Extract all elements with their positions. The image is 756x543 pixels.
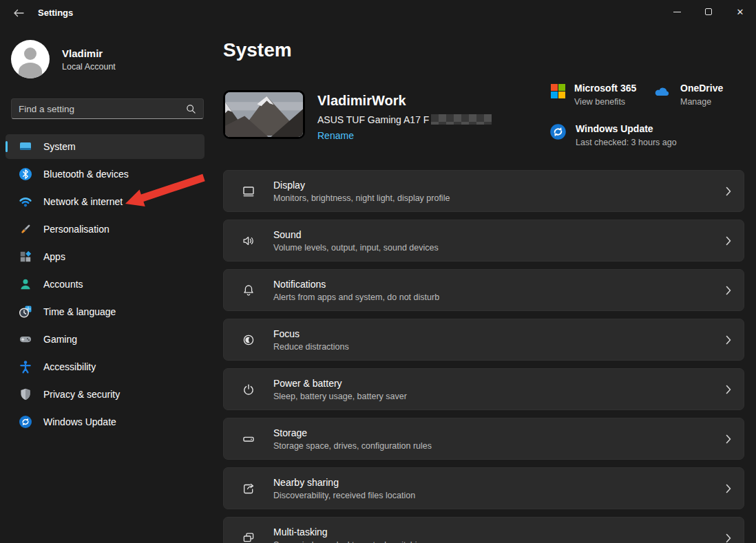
sidebar-item-time-language[interactable]: Time & language [6,299,204,324]
settings-search-box[interactable] [11,98,204,119]
bluetooth-icon [19,167,32,181]
chevron-right-icon [726,187,731,196]
back-button[interactable] [6,3,32,23]
search-icon[interactable] [186,104,196,114]
microsoft-365-icon [551,84,565,98]
network-icon [19,195,32,209]
microsoft-365-item[interactable]: Microsoft 365 View benefits [551,83,636,107]
sidebar-nav: System Bluetooth & devices Network & int… [6,134,204,437]
card-title: Storage [273,427,726,438]
sidebar-item-accessibility[interactable]: Accessibility [6,354,204,379]
card-title: Notifications [273,279,726,290]
quick-info-panel: Microsoft 365 View benefits OneDrive Man… [549,80,749,156]
windows-update-icon [549,123,567,140]
chevron-right-icon [726,385,731,394]
sidebar-item-gaming[interactable]: Gaming [6,327,204,352]
quick-title: Windows Update [576,123,677,134]
card-title: Sound [273,229,726,240]
card-subtitle: Snap windows, desktops, task switching [273,540,726,543]
sidebar-item-accounts[interactable]: Accounts [6,272,204,297]
sidebar-item-label: Time & language [43,306,116,317]
sidebar-item-windows-update[interactable]: Windows Update [6,409,204,434]
sidebar-item-label: Gaming [43,334,77,345]
sidebar-item-label: Personalisation [43,224,109,235]
chevron-right-icon [726,335,731,345]
card-title: Multi-tasking [273,526,726,537]
quick-subtitle[interactable]: Manage [680,97,723,107]
maximize-button[interactable] [693,0,724,23]
card-sound[interactable]: Sound Volume levels, output, input, soun… [223,220,744,262]
focus-icon [242,333,255,347]
chevron-right-icon [726,484,731,493]
minimize-button[interactable] [661,0,693,23]
system-icon [19,140,32,153]
chevron-right-icon [726,533,731,543]
back-arrow-icon [13,9,24,17]
apps-icon [19,250,32,264]
profile-account-type: Local Account [62,62,116,72]
chevron-right-icon [726,434,731,444]
sidebar-item-bluetooth-devices[interactable]: Bluetooth & devices [6,162,204,187]
window-title: Settings [38,8,73,18]
card-title: Nearby sharing [273,477,726,488]
card-display[interactable]: Display Monitors, brightness, night ligh… [223,170,744,212]
sidebar-item-label: Bluetooth & devices [43,169,129,180]
device-header: VladimirWork ASUS TUF Gaming A17 F Renam… [223,90,492,141]
card-subtitle: Storage space, drives, configuration rul… [273,441,726,451]
device-wallpaper-thumbnail [223,90,305,139]
sidebar-item-network-internet[interactable]: Network & internet [6,189,204,214]
onedrive-icon [653,85,671,98]
onedrive-item[interactable]: OneDrive Manage [653,83,723,107]
windows-update-item[interactable]: Windows Update Last checked: 3 hours ago [549,123,677,147]
card-notifications[interactable]: Notifications Alerts from apps and syste… [223,269,744,311]
sidebar-item-label: Accounts [43,279,83,290]
search-input[interactable] [19,104,186,114]
quick-title: Microsoft 365 [574,83,636,94]
sidebar-item-label: Apps [43,251,65,262]
sidebar-item-label: Accessibility [43,361,96,372]
personalisation-icon [19,222,32,236]
minimize-icon [673,12,681,12]
sidebar-item-label: Windows Update [43,416,116,427]
titlebar: Settings ✕ [0,0,756,25]
card-storage[interactable]: Storage Storage space, drives, configura… [223,418,744,460]
card-subtitle: Volume levels, output, input, sound devi… [273,243,726,253]
card-subtitle: Discoverability, received files location [273,491,726,500]
sidebar-item-privacy-security[interactable]: Privacy & security [6,382,204,407]
window-controls: ✕ [661,0,756,23]
chevron-right-icon [726,236,731,246]
card-subtitle: Reduce distractions [273,342,726,352]
sound-icon [242,234,255,248]
notifications-icon [242,284,255,297]
profile-name: Vladimir [62,47,116,59]
card-focus[interactable]: Focus Reduce distractions [223,319,744,361]
card-nearby-sharing[interactable]: Nearby sharing Discoverability, received… [223,467,744,509]
nearby-sharing-icon [242,482,255,496]
page-title: System [223,39,292,61]
card-multi-tasking[interactable]: Multi-tasking Snap windows, desktops, ta… [223,517,744,543]
quick-title: OneDrive [680,83,723,94]
accessibility-icon [19,360,32,374]
sidebar-item-label: System [43,141,76,152]
windows-update-icon [19,415,32,429]
card-title: Focus [273,328,726,339]
card-power-battery[interactable]: Power & battery Sleep, battery usage, ba… [223,368,744,410]
sidebar-item-system[interactable]: System [6,134,204,159]
card-subtitle: Alerts from apps and system, do not dist… [273,292,726,302]
avatar [11,40,50,78]
close-button[interactable]: ✕ [724,0,756,23]
device-model: ASUS TUF Gaming A17 F [317,114,492,125]
user-profile: Vladimir Local Account [11,40,116,78]
avatar-person-icon [24,47,36,60]
quick-subtitle[interactable]: View benefits [574,97,636,107]
multi-tasking-icon [242,531,255,543]
rename-link[interactable]: Rename [317,130,354,141]
sidebar-item-personalisation[interactable]: Personalisation [6,217,204,242]
card-subtitle: Sleep, battery usage, battery saver [273,392,726,401]
card-title: Display [273,180,726,191]
accounts-icon [19,277,32,291]
chevron-right-icon [726,286,731,295]
sidebar-item-apps[interactable]: Apps [6,244,204,269]
sidebar-item-label: Privacy & security [43,389,120,400]
display-icon [242,184,255,198]
